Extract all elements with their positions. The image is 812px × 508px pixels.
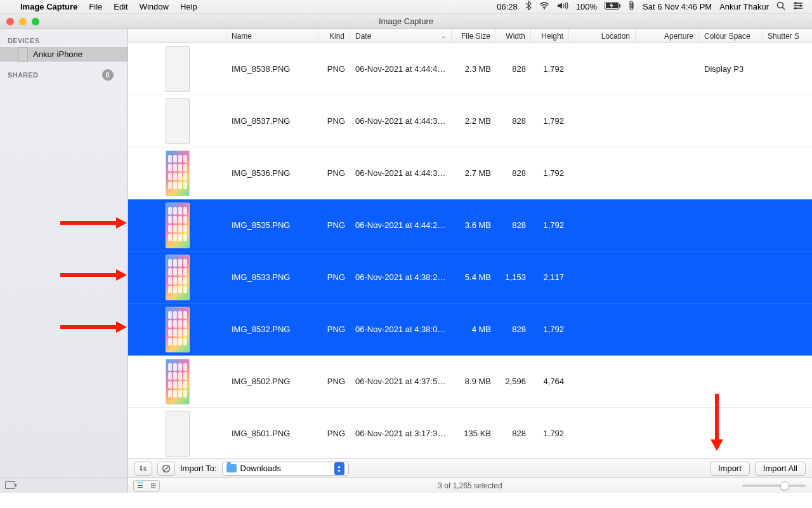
- wifi-icon[interactable]: [539, 2, 549, 11]
- menubar: Image Capture File Edit Window Help 06:2…: [0, 0, 812, 14]
- row-size: 2.7 MB: [452, 168, 496, 178]
- row-name: IMG_8501.PNG: [226, 429, 318, 438]
- row-height: 1,792: [531, 429, 569, 438]
- svg-point-11: [794, 7, 797, 10]
- thumbnail-size-slider[interactable]: [742, 485, 806, 487]
- menu-file[interactable]: File: [89, 2, 102, 11]
- row-date: 06-Nov-2021 at 3:17:35…: [350, 429, 452, 438]
- row-height: 1,792: [531, 64, 569, 74]
- svg-line-5: [783, 8, 785, 10]
- column-name[interactable]: Name: [226, 29, 318, 43]
- menubar-time-small[interactable]: 06:28: [497, 2, 518, 11]
- bluetooth-icon[interactable]: [525, 1, 532, 12]
- column-location[interactable]: Location: [569, 29, 636, 43]
- table-row[interactable]: IMG_8538.PNGPNG06-Nov-2021 at 4:44:4…2.3…: [128, 43, 812, 95]
- row-thumbnail: [128, 411, 226, 457]
- column-height[interactable]: Height: [531, 29, 569, 43]
- row-width: 828: [496, 220, 531, 230]
- table-row[interactable]: IMG_8502.PNGPNG06-Nov-2021 at 4:37:55…8.…: [128, 356, 812, 408]
- row-thumbnail: [128, 359, 226, 404]
- select-arrows-icon: ▲▼: [334, 462, 344, 475]
- import-to-select[interactable]: Downloads ▲▼: [222, 462, 349, 476]
- row-kind: PNG: [318, 377, 350, 386]
- row-name: IMG_8533.PNG: [226, 272, 318, 282]
- column-width[interactable]: Width: [496, 29, 531, 43]
- row-name: IMG_8535.PNG: [226, 220, 318, 230]
- row-kind: PNG: [318, 272, 350, 282]
- sidebar-device-label: Ankur iPhone: [33, 50, 82, 59]
- row-kind: PNG: [318, 429, 350, 438]
- row-kind: PNG: [318, 64, 350, 74]
- column-kind[interactable]: Kind: [318, 29, 350, 43]
- row-thumbnail: [128, 46, 226, 92]
- column-aperture[interactable]: Aperture: [636, 29, 699, 43]
- battery-icon[interactable]: [605, 2, 621, 11]
- column-shutter[interactable]: Shutter S: [763, 29, 812, 43]
- sort-chevron-down-icon: ⌄: [441, 32, 446, 39]
- sidebar-section-shared: SHARED 0: [0, 62, 128, 83]
- column-date[interactable]: Date⌄: [350, 29, 452, 43]
- folder-icon: [226, 464, 237, 472]
- menubar-username[interactable]: Ankur Thakur: [719, 2, 769, 11]
- svg-point-0: [544, 8, 545, 10]
- row-name: IMG_8536.PNG: [226, 168, 318, 178]
- row-date: 06-Nov-2021 at 4:38:27…: [350, 272, 452, 282]
- row-width: 828: [496, 64, 531, 74]
- selection-status: 3 of 1,265 selected: [128, 481, 812, 490]
- svg-line-22: [164, 466, 169, 471]
- show-details-icon[interactable]: [5, 481, 15, 489]
- sidebar-section-devices: DEVICES: [0, 29, 128, 47]
- content-area: Name Kind Date⌄ File Size Width Height L…: [128, 29, 812, 493]
- row-kind: PNG: [318, 116, 350, 126]
- row-height: 1,792: [531, 168, 569, 178]
- table-row[interactable]: IMG_8536.PNGPNG06-Nov-2021 at 4:44:3…2.7…: [128, 147, 812, 199]
- row-height: 1,792: [531, 116, 569, 126]
- app-name[interactable]: Image Capture: [20, 2, 77, 11]
- row-name: IMG_8538.PNG: [226, 64, 318, 74]
- column-colour-space[interactable]: Colour Space: [699, 29, 763, 43]
- import-button[interactable]: Import: [710, 462, 750, 476]
- spotlight-icon[interactable]: [776, 1, 785, 12]
- row-date: 06-Nov-2021 at 4:44:3…: [350, 116, 452, 126]
- table-row[interactable]: IMG_8537.PNGPNG06-Nov-2021 at 4:44:3…2.2…: [128, 95, 812, 147]
- battery-percent[interactable]: 100%: [576, 2, 597, 11]
- rotate-button[interactable]: 5: [134, 462, 152, 476]
- control-center-icon[interactable]: [793, 2, 803, 11]
- row-size: 135 KB: [452, 429, 496, 438]
- sidebar-item-device[interactable]: Ankur iPhone: [0, 47, 128, 62]
- table-row[interactable]: IMG_8501.PNGPNG06-Nov-2021 at 3:17:35…13…: [128, 408, 812, 458]
- slider-knob[interactable]: [780, 481, 789, 490]
- row-kind: PNG: [318, 324, 350, 334]
- row-size: 3.6 MB: [452, 220, 496, 230]
- import-all-button[interactable]: Import All: [755, 462, 806, 476]
- row-size: 8.9 MB: [452, 377, 496, 386]
- iphone-icon: [18, 47, 28, 62]
- row-thumbnail: [128, 150, 226, 196]
- table-row[interactable]: IMG_8533.PNGPNG06-Nov-2021 at 4:38:27…5.…: [128, 251, 812, 304]
- sidebar-bottom-toolbar: [0, 477, 128, 493]
- row-name: IMG_8502.PNG: [226, 377, 318, 386]
- bottom-toolbar: 5 Import To: Downloads ▲▼ Import Import …: [128, 458, 812, 478]
- row-width: 828: [496, 168, 531, 178]
- volume-icon[interactable]: [557, 2, 568, 11]
- delete-button[interactable]: [157, 462, 175, 476]
- table-row[interactable]: IMG_8532.PNGPNG06-Nov-2021 at 4:38:0…4 M…: [128, 304, 812, 356]
- menu-window[interactable]: Window: [140, 2, 169, 11]
- menu-edit[interactable]: Edit: [114, 2, 128, 11]
- table-row[interactable]: IMG_8535.PNGPNG06-Nov-2021 at 4:44:2…3.6…: [128, 199, 812, 251]
- row-width: 1,153: [496, 272, 531, 282]
- status-bar: ☰ ⊞ 3 of 1,265 selected: [128, 478, 812, 493]
- svg-point-10: [799, 4, 802, 7]
- column-thumbnail[interactable]: [128, 29, 226, 43]
- row-colour: Display P3: [699, 64, 763, 74]
- import-to-label: Import To:: [180, 464, 217, 473]
- column-file-size[interactable]: File Size: [452, 29, 496, 43]
- row-kind: PNG: [318, 168, 350, 178]
- attachment-icon[interactable]: [629, 1, 635, 13]
- import-to-value: Downloads: [240, 464, 281, 473]
- menu-help[interactable]: Help: [180, 2, 197, 11]
- menubar-datetime[interactable]: Sat 6 Nov 4:46 PM: [643, 2, 712, 11]
- row-thumbnail: [128, 255, 226, 300]
- row-width: 828: [496, 116, 531, 126]
- row-date: 06-Nov-2021 at 4:44:4…: [350, 64, 452, 74]
